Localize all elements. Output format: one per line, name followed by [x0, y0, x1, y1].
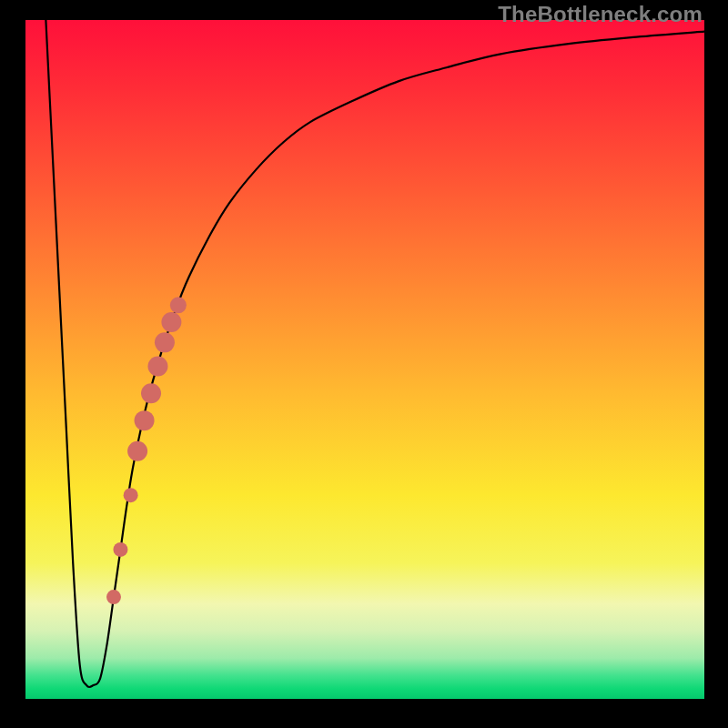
gradient-background: [25, 20, 704, 699]
data-point: [155, 332, 175, 352]
data-point: [127, 441, 147, 461]
watermark-text: TheBottleneck.com: [498, 2, 703, 27]
outer-frame: TheBottleneck.com: [0, 0, 728, 728]
data-point: [135, 410, 155, 430]
data-point: [141, 383, 161, 403]
data-point: [170, 297, 187, 313]
data-point: [124, 488, 138, 502]
chart-svg: [25, 20, 704, 699]
data-point: [106, 590, 121, 604]
data-point: [113, 542, 127, 557]
data-point: [147, 356, 167, 376]
data-point: [161, 312, 181, 332]
plot-area: [25, 20, 704, 699]
